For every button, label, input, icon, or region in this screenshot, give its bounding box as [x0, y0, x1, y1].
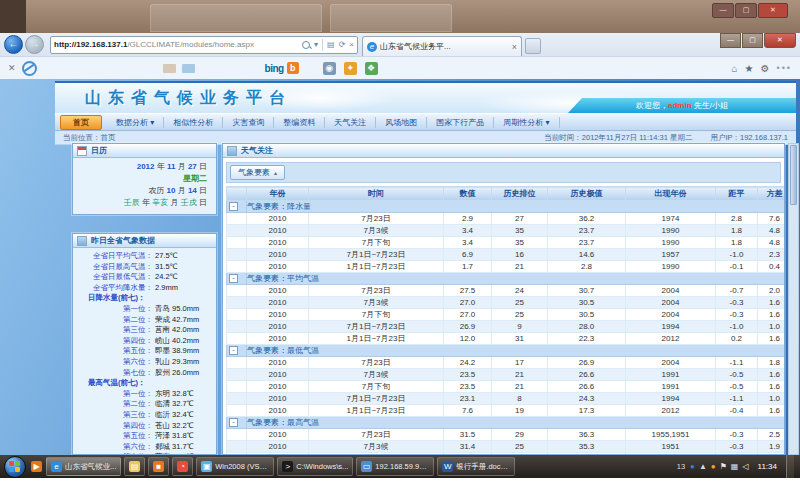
collapse-icon[interactable]: - [229, 202, 238, 211]
volume-tray-icon[interactable]: ◁ [742, 462, 748, 472]
maximize-button[interactable]: ▢ [742, 33, 763, 48]
forward-button[interactable]: → [25, 35, 44, 54]
card-icon[interactable] [163, 64, 176, 73]
favorites-star-icon[interactable]: ★ [745, 63, 754, 74]
bottom-white-strip [0, 478, 800, 500]
table-row[interactable]: 20107月23日2.92736.219742.87.6 [227, 213, 786, 225]
cell: 1990 [626, 225, 716, 237]
bg-close-button[interactable]: ✕ [758, 3, 788, 18]
network-tray-icon[interactable]: ▦ [731, 462, 739, 472]
security-tray-icon[interactable]: ● [711, 462, 716, 472]
element-group-row[interactable]: -气象要素：最低气温 [227, 345, 786, 357]
refresh-button[interactable]: ⟳ [339, 40, 346, 49]
table-row[interactable]: 20107月3候3.43523.719901.84.8 [227, 225, 786, 237]
weather-summary-body: 全省日平均气温：27.5℃全省日最高气温：31.5℃全省日最低气温：24.2℃全… [73, 248, 216, 455]
taskbar-button[interactable]: ▭192.168.59.99... [356, 457, 434, 476]
taskbar-button[interactable]: ◔ [172, 457, 193, 476]
scrollbar-thumb[interactable] [790, 145, 797, 205]
element-group-row[interactable]: -气象要素：最高气温 [227, 417, 786, 429]
nav-item-similarity-analysis[interactable]: 相似性分析 [164, 117, 223, 128]
table-row[interactable]: 20107月1日~7月23日6.91614.61957-1.02.3 [227, 249, 786, 261]
taskbar-button[interactable]: W银行手册.docx ... [437, 457, 515, 476]
bg-minimize-button[interactable]: — [712, 3, 734, 18]
nav-item-disaster-query[interactable]: 灾害查询 [223, 117, 274, 128]
cell: -1.0 [716, 249, 758, 261]
table-row[interactable]: 20107月23日24.21726.92004-1.11.8 [227, 357, 786, 369]
search-icon[interactable] [302, 41, 310, 49]
table-row[interactable]: 20107月3候31.42535.31951-0.31.9 [227, 441, 786, 453]
nav-item-compiled-data[interactable]: 整编资料 [274, 117, 325, 128]
collapse-icon[interactable]: - [229, 418, 238, 427]
bg-maximize-button[interactable]: ▢ [735, 3, 757, 18]
close-button[interactable]: ✕ [764, 33, 796, 48]
element-group-row[interactable]: -气象要素：降水量 [227, 201, 786, 213]
camera-plugin-icon[interactable]: ◉ [323, 62, 336, 75]
cell: -0.3 [716, 441, 758, 453]
table-row[interactable]: 20107月23日31.52936.31955,1951-0.32.5 [227, 429, 786, 441]
nav-item-periodic-analysis[interactable]: 周期性分析 ▾ [494, 117, 559, 128]
toolbar-close-icon[interactable]: ✕ [8, 63, 16, 73]
table-row[interactable]: 20107月1日~7月23日26.9928.01994-1.01.0 [227, 321, 786, 333]
taskbar-button[interactable]: ■ [148, 457, 169, 476]
start-button[interactable] [4, 456, 26, 478]
taskbar-clock[interactable]: 11:34 [758, 462, 777, 471]
background-window [150, 4, 322, 32]
nav-item-national-products[interactable]: 国家下行产品 [427, 117, 494, 128]
cell: 35 [492, 225, 548, 237]
compatibility-view-icon[interactable]: ▤ [327, 40, 335, 49]
table-row[interactable]: 20107月下旬23.52126.61991-0.51.6 [227, 381, 786, 393]
welcome-prefix: 欢迎您， [636, 101, 668, 110]
taskbar-button[interactable]: ▤ [124, 457, 145, 476]
address-dropdown-icon[interactable]: ▾ [314, 40, 318, 49]
element-filter-button[interactable]: 气象要素 ▴ [230, 165, 285, 180]
pet-plugin-icon[interactable]: ✦ [344, 62, 357, 75]
table-row[interactable]: 20101月1日~7月23日1.7212.81990-0.10.4 [227, 261, 786, 273]
table-row[interactable]: 20107月23日27.52430.72004-0.72.0 [227, 285, 786, 297]
table-row[interactable]: 20101月1日~7月23日7.61917.32012-0.41.6 [227, 405, 786, 417]
nav-item-home[interactable]: 首页 [60, 115, 102, 130]
element-group-row[interactable]: -气象要素：平均气温 [227, 273, 786, 285]
collapse-icon[interactable]: - [229, 346, 238, 355]
game-plugin-icon[interactable]: ❖ [365, 62, 378, 75]
action-center-flag-icon[interactable]: ⚑ [720, 462, 727, 472]
mail-icon[interactable] [182, 64, 195, 73]
table-row[interactable]: 20107月下旬3.43523.719901.84.8 [227, 237, 786, 249]
cell: 1955,1951 [626, 429, 716, 441]
taskbar-button[interactable]: ▣Win2008 (VS2... [196, 457, 274, 476]
stop-button[interactable]: × [349, 40, 354, 49]
table-row[interactable]: 20101月1日~7月23日12.03122.320120.21.6 [227, 333, 786, 345]
taskbar-button[interactable]: >C:\Windows\s... [277, 457, 353, 476]
cell: 7月23日 [309, 213, 444, 225]
nav-item-weather-focus[interactable]: 天气关注 [325, 117, 376, 128]
new-tab-button[interactable] [525, 38, 541, 54]
cell: 23.5 [444, 369, 492, 381]
cell: -0.5 [716, 369, 758, 381]
hidden-icons-arrow[interactable]: ▲ [699, 462, 707, 472]
page-scrollbar[interactable] [788, 143, 799, 455]
nav-item-data-analysis[interactable]: 数据分析 ▾ [107, 117, 164, 128]
browser-tab[interactable]: e 山东省气候业务平... × [362, 36, 522, 56]
collapse-icon[interactable]: - [229, 274, 238, 283]
address-bar[interactable]: http://192.168.137.1 /GLCCLIMATE/modules… [50, 36, 358, 54]
table-row[interactable]: 20107月1日~7月23日23.1824.31994-1.11.0 [227, 393, 786, 405]
toolbar-logo-icon[interactable] [22, 61, 37, 76]
bing-logo[interactable]: bing b [265, 62, 299, 74]
cell: 2.0 [758, 285, 786, 297]
table-row[interactable]: 20107月3候27.02530.52004-0.31.6 [227, 297, 786, 309]
toolbar-overflow-icon[interactable]: ••• [777, 63, 792, 73]
back-button[interactable]: ← [4, 35, 23, 54]
home-button-icon[interactable]: ⌂ [732, 63, 738, 74]
messenger-tray-icon[interactable]: ● [690, 462, 695, 472]
show-desktop-button[interactable] [786, 455, 794, 478]
table-row[interactable]: 20107月3候23.52126.61991-0.51.6 [227, 369, 786, 381]
cell: 23.7 [548, 225, 626, 237]
nav-item-wind-map[interactable]: 风场地图 [376, 117, 427, 128]
table-row[interactable]: 20107月下旬27.02530.52004-0.31.6 [227, 309, 786, 321]
quick-launch-icon[interactable]: ▶ [31, 461, 42, 472]
tab-close-button[interactable]: × [512, 42, 517, 52]
calendar-token: 日 [199, 186, 207, 195]
page-content: 日历 2012 年 11 月 27 日 星期二 农历 10 月 14 日 壬辰 … [55, 143, 796, 455]
taskbar-button[interactable]: e山东省气候业... [46, 457, 121, 476]
settings-gear-icon[interactable]: ⚙ [761, 63, 770, 74]
minimize-button[interactable]: — [720, 33, 741, 48]
